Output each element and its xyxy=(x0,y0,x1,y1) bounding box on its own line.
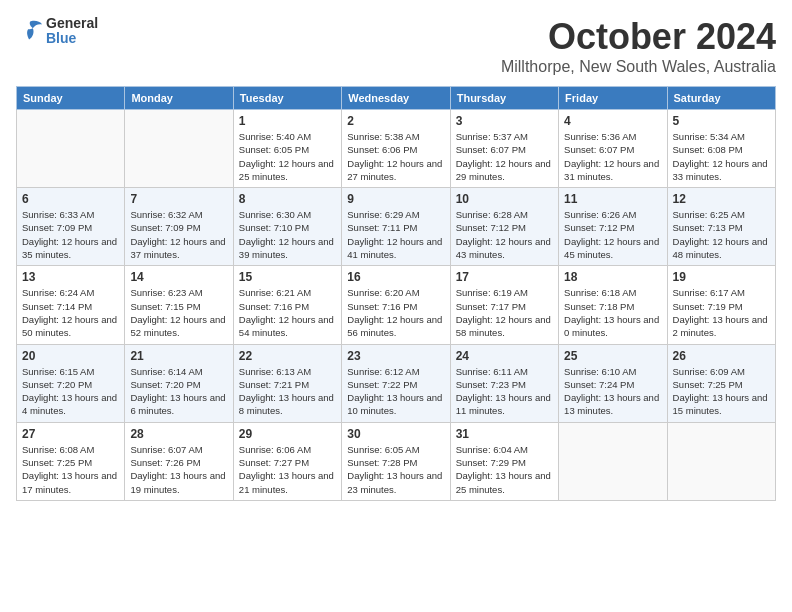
title-section: October 2024 Millthorpe, New South Wales… xyxy=(501,16,776,76)
location-title: Millthorpe, New South Wales, Australia xyxy=(501,58,776,76)
day-number: 30 xyxy=(347,427,444,441)
day-number: 4 xyxy=(564,114,661,128)
day-info: Sunrise: 5:37 AM Sunset: 6:07 PM Dayligh… xyxy=(456,130,553,183)
calendar-cell: 28Sunrise: 6:07 AM Sunset: 7:26 PM Dayli… xyxy=(125,422,233,500)
calendar-week-3: 13Sunrise: 6:24 AM Sunset: 7:14 PM Dayli… xyxy=(17,266,776,344)
day-info: Sunrise: 5:38 AM Sunset: 6:06 PM Dayligh… xyxy=(347,130,444,183)
day-number: 5 xyxy=(673,114,770,128)
calendar-cell: 12Sunrise: 6:25 AM Sunset: 7:13 PM Dayli… xyxy=(667,188,775,266)
calendar-cell: 20Sunrise: 6:15 AM Sunset: 7:20 PM Dayli… xyxy=(17,344,125,422)
header-sunday: Sunday xyxy=(17,87,125,110)
header-friday: Friday xyxy=(559,87,667,110)
day-info: Sunrise: 6:09 AM Sunset: 7:25 PM Dayligh… xyxy=(673,365,770,418)
day-number: 28 xyxy=(130,427,227,441)
day-number: 11 xyxy=(564,192,661,206)
calendar-cell: 4Sunrise: 5:36 AM Sunset: 6:07 PM Daylig… xyxy=(559,110,667,188)
day-number: 27 xyxy=(22,427,119,441)
calendar-cell: 10Sunrise: 6:28 AM Sunset: 7:12 PM Dayli… xyxy=(450,188,558,266)
calendar-cell: 30Sunrise: 6:05 AM Sunset: 7:28 PM Dayli… xyxy=(342,422,450,500)
day-info: Sunrise: 6:05 AM Sunset: 7:28 PM Dayligh… xyxy=(347,443,444,496)
calendar-cell: 19Sunrise: 6:17 AM Sunset: 7:19 PM Dayli… xyxy=(667,266,775,344)
day-number: 25 xyxy=(564,349,661,363)
calendar-cell xyxy=(125,110,233,188)
month-title: October 2024 xyxy=(501,16,776,58)
day-info: Sunrise: 6:11 AM Sunset: 7:23 PM Dayligh… xyxy=(456,365,553,418)
calendar-cell: 24Sunrise: 6:11 AM Sunset: 7:23 PM Dayli… xyxy=(450,344,558,422)
calendar-cell: 3Sunrise: 5:37 AM Sunset: 6:07 PM Daylig… xyxy=(450,110,558,188)
logo-text: General Blue xyxy=(46,16,98,47)
calendar-cell: 16Sunrise: 6:20 AM Sunset: 7:16 PM Dayli… xyxy=(342,266,450,344)
day-info: Sunrise: 6:24 AM Sunset: 7:14 PM Dayligh… xyxy=(22,286,119,339)
day-number: 19 xyxy=(673,270,770,284)
day-number: 14 xyxy=(130,270,227,284)
calendar-cell: 6Sunrise: 6:33 AM Sunset: 7:09 PM Daylig… xyxy=(17,188,125,266)
day-number: 15 xyxy=(239,270,336,284)
day-info: Sunrise: 6:14 AM Sunset: 7:20 PM Dayligh… xyxy=(130,365,227,418)
day-number: 26 xyxy=(673,349,770,363)
calendar-cell: 29Sunrise: 6:06 AM Sunset: 7:27 PM Dayli… xyxy=(233,422,341,500)
day-info: Sunrise: 6:21 AM Sunset: 7:16 PM Dayligh… xyxy=(239,286,336,339)
header-tuesday: Tuesday xyxy=(233,87,341,110)
day-info: Sunrise: 6:17 AM Sunset: 7:19 PM Dayligh… xyxy=(673,286,770,339)
calendar-cell: 8Sunrise: 6:30 AM Sunset: 7:10 PM Daylig… xyxy=(233,188,341,266)
day-info: Sunrise: 6:13 AM Sunset: 7:21 PM Dayligh… xyxy=(239,365,336,418)
day-number: 21 xyxy=(130,349,227,363)
day-info: Sunrise: 6:06 AM Sunset: 7:27 PM Dayligh… xyxy=(239,443,336,496)
day-info: Sunrise: 6:18 AM Sunset: 7:18 PM Dayligh… xyxy=(564,286,661,339)
calendar-cell: 27Sunrise: 6:08 AM Sunset: 7:25 PM Dayli… xyxy=(17,422,125,500)
day-number: 22 xyxy=(239,349,336,363)
day-info: Sunrise: 6:19 AM Sunset: 7:17 PM Dayligh… xyxy=(456,286,553,339)
day-number: 24 xyxy=(456,349,553,363)
day-info: Sunrise: 6:04 AM Sunset: 7:29 PM Dayligh… xyxy=(456,443,553,496)
page-header: General Blue October 2024 Millthorpe, Ne… xyxy=(16,16,776,76)
day-info: Sunrise: 6:32 AM Sunset: 7:09 PM Dayligh… xyxy=(130,208,227,261)
day-info: Sunrise: 6:33 AM Sunset: 7:09 PM Dayligh… xyxy=(22,208,119,261)
calendar-cell: 21Sunrise: 6:14 AM Sunset: 7:20 PM Dayli… xyxy=(125,344,233,422)
calendar-cell: 31Sunrise: 6:04 AM Sunset: 7:29 PM Dayli… xyxy=(450,422,558,500)
day-info: Sunrise: 6:15 AM Sunset: 7:20 PM Dayligh… xyxy=(22,365,119,418)
calendar-cell xyxy=(559,422,667,500)
day-number: 17 xyxy=(456,270,553,284)
day-number: 18 xyxy=(564,270,661,284)
day-number: 3 xyxy=(456,114,553,128)
calendar-cell: 26Sunrise: 6:09 AM Sunset: 7:25 PM Dayli… xyxy=(667,344,775,422)
day-info: Sunrise: 6:28 AM Sunset: 7:12 PM Dayligh… xyxy=(456,208,553,261)
logo-general: General xyxy=(46,16,98,31)
calendar-cell: 23Sunrise: 6:12 AM Sunset: 7:22 PM Dayli… xyxy=(342,344,450,422)
header-thursday: Thursday xyxy=(450,87,558,110)
calendar-header-row: SundayMondayTuesdayWednesdayThursdayFrid… xyxy=(17,87,776,110)
calendar-cell: 22Sunrise: 6:13 AM Sunset: 7:21 PM Dayli… xyxy=(233,344,341,422)
calendar-cell: 1Sunrise: 5:40 AM Sunset: 6:05 PM Daylig… xyxy=(233,110,341,188)
day-info: Sunrise: 6:20 AM Sunset: 7:16 PM Dayligh… xyxy=(347,286,444,339)
day-number: 29 xyxy=(239,427,336,441)
calendar-cell: 15Sunrise: 6:21 AM Sunset: 7:16 PM Dayli… xyxy=(233,266,341,344)
day-number: 10 xyxy=(456,192,553,206)
calendar-week-1: 1Sunrise: 5:40 AM Sunset: 6:05 PM Daylig… xyxy=(17,110,776,188)
calendar-week-2: 6Sunrise: 6:33 AM Sunset: 7:09 PM Daylig… xyxy=(17,188,776,266)
day-info: Sunrise: 5:40 AM Sunset: 6:05 PM Dayligh… xyxy=(239,130,336,183)
day-number: 8 xyxy=(239,192,336,206)
day-info: Sunrise: 6:12 AM Sunset: 7:22 PM Dayligh… xyxy=(347,365,444,418)
day-number: 31 xyxy=(456,427,553,441)
logo-bird-icon xyxy=(16,17,44,45)
calendar-cell: 13Sunrise: 6:24 AM Sunset: 7:14 PM Dayli… xyxy=(17,266,125,344)
day-info: Sunrise: 6:07 AM Sunset: 7:26 PM Dayligh… xyxy=(130,443,227,496)
day-info: Sunrise: 6:25 AM Sunset: 7:13 PM Dayligh… xyxy=(673,208,770,261)
day-info: Sunrise: 6:29 AM Sunset: 7:11 PM Dayligh… xyxy=(347,208,444,261)
day-info: Sunrise: 5:34 AM Sunset: 6:08 PM Dayligh… xyxy=(673,130,770,183)
day-number: 2 xyxy=(347,114,444,128)
day-number: 9 xyxy=(347,192,444,206)
calendar-cell xyxy=(667,422,775,500)
calendar-cell: 9Sunrise: 6:29 AM Sunset: 7:11 PM Daylig… xyxy=(342,188,450,266)
day-info: Sunrise: 5:36 AM Sunset: 6:07 PM Dayligh… xyxy=(564,130,661,183)
day-info: Sunrise: 6:08 AM Sunset: 7:25 PM Dayligh… xyxy=(22,443,119,496)
day-number: 7 xyxy=(130,192,227,206)
day-number: 12 xyxy=(673,192,770,206)
day-number: 16 xyxy=(347,270,444,284)
day-info: Sunrise: 6:30 AM Sunset: 7:10 PM Dayligh… xyxy=(239,208,336,261)
day-number: 1 xyxy=(239,114,336,128)
day-info: Sunrise: 6:26 AM Sunset: 7:12 PM Dayligh… xyxy=(564,208,661,261)
calendar-cell: 17Sunrise: 6:19 AM Sunset: 7:17 PM Dayli… xyxy=(450,266,558,344)
calendar-cell: 5Sunrise: 5:34 AM Sunset: 6:08 PM Daylig… xyxy=(667,110,775,188)
calendar-week-5: 27Sunrise: 6:08 AM Sunset: 7:25 PM Dayli… xyxy=(17,422,776,500)
